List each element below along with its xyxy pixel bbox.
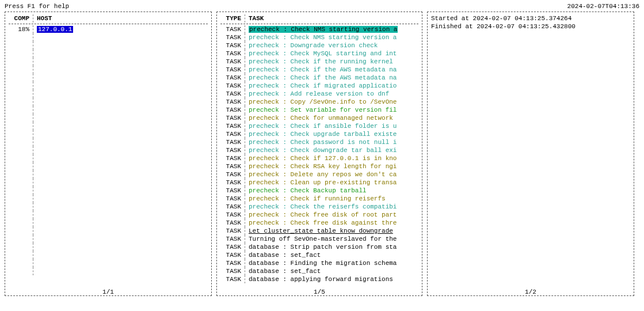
task-row[interactable]: TASKprecheck : Check the reiserfs compat… [220, 203, 418, 211]
task-type: TASK [220, 74, 245, 82]
task-text: precheck : Check password is not null i [245, 138, 418, 146]
col-header-host: HOST [33, 14, 208, 22]
help-hint: Press F1 for help [5, 2, 69, 10]
hosts-panel[interactable]: COMP HOST 18%127.0.0.1 1/1 [5, 12, 212, 296]
task-text: precheck : Check free disk of root part [245, 211, 418, 219]
task-row[interactable]: TASKprecheck : Check if the AWS metadata… [220, 66, 418, 74]
task-text: precheck : Check Backup tarball [245, 187, 418, 195]
task-type: TASK [220, 66, 245, 74]
task-text: precheck : Check the reiserfs compatibi [245, 203, 418, 211]
task-type: TASK [220, 267, 245, 275]
task-text: precheck : Set variable for version fil [245, 106, 418, 114]
task-row[interactable]: TASKprecheck : Check Backup tarball [220, 187, 418, 195]
task-row[interactable]: TASKprecheck : Check RSA key length for … [220, 162, 418, 170]
task-type: TASK [220, 251, 245, 259]
task-row[interactable]: TASKprecheck : Check if ansible folder i… [220, 122, 418, 130]
host-comp: 18% [9, 25, 33, 33]
task-row[interactable]: TASKdatabase : Finding the migration sch… [220, 259, 418, 267]
task-row[interactable]: TASKprecheck : Check upgrade tarball exi… [220, 130, 418, 138]
task-row[interactable]: TASKprecheck : Check if migrated applica… [220, 82, 418, 90]
task-row[interactable]: TASKdatabase : set_fact [220, 251, 418, 259]
task-text: precheck : Check if migrated applicatio [245, 82, 418, 90]
task-row[interactable]: TASKprecheck : Downgrade version check [220, 41, 418, 50]
task-text: precheck : Check upgrade tarball existe [245, 130, 418, 138]
task-row[interactable]: TASKdatabase : Strip patch version from … [220, 243, 418, 251]
col-header-comp: COMP [9, 14, 33, 22]
tasks-panel[interactable]: TYPE TASK TASKprecheck : Check NMS start… [216, 12, 422, 296]
task-text: precheck : Check if the AWS metadata na [245, 66, 418, 74]
task-row[interactable]: TASKprecheck : Check downgrade tar ball … [220, 146, 418, 154]
task-type: TASK [220, 162, 245, 170]
task-row[interactable]: TASKprecheck : Set variable for version … [220, 106, 418, 114]
task-row[interactable]: TASKprecheck : Check NMS starting versio… [220, 25, 418, 33]
task-type: TASK [220, 259, 245, 267]
task-type: TASK [220, 114, 245, 122]
task-type: TASK [220, 187, 245, 195]
task-type: TASK [220, 130, 245, 138]
task-type: TASK [220, 50, 245, 58]
task-row[interactable]: TASKdatabase : set_fact [220, 267, 418, 275]
task-row[interactable]: TASKprecheck : Add release version to dn… [220, 90, 418, 98]
detail-panel[interactable]: Started at 2024-02-07 04:13:25.374264Fin… [427, 12, 634, 296]
task-row[interactable]: TASKprecheck : Check if running reiserfs [220, 195, 418, 203]
task-row[interactable]: TASKprecheck : Check for unmanaged netwo… [220, 114, 418, 122]
task-text: precheck : Check NMS starting version a [245, 33, 418, 41]
task-text: Turning off SevOne-masterslaved for the [245, 235, 418, 243]
task-type: TASK [220, 154, 245, 162]
task-row[interactable]: TASKprecheck : Check if 127.0.0.1 is in … [220, 154, 418, 162]
detail-pager: 1/2 [524, 288, 538, 296]
task-type: TASK [220, 203, 245, 211]
detail-line: Finished at 2024-02-07 04:13:25.432800 [431, 22, 630, 31]
task-text: precheck : Check MySQL starting and int [245, 50, 418, 58]
task-row[interactable]: TASKprecheck : Check NMS starting versio… [220, 33, 418, 41]
task-type: TASK [220, 275, 245, 283]
task-text: database : applying forward migrations [245, 275, 418, 283]
task-type: TASK [220, 195, 245, 203]
task-text: precheck : Downgrade version check [245, 41, 418, 50]
hosts-pager: 1/1 [101, 288, 115, 296]
task-text: precheck : Check if running reiserfs [245, 195, 418, 203]
col-header-type: TYPE [220, 14, 245, 22]
task-row[interactable]: TASKprecheck : Check if the AWS metadata… [220, 74, 418, 82]
task-type: TASK [220, 170, 245, 179]
clock: 2024-02-07T04:13:36 [567, 2, 639, 10]
task-row[interactable]: TASKprecheck : Check if the running kern… [220, 58, 418, 66]
task-row[interactable]: TASKprecheck : Check free disk against t… [220, 219, 418, 227]
host-name: 127.0.0.1 [33, 25, 208, 33]
task-type: TASK [220, 82, 245, 90]
task-text: precheck : Check if the running kernel [245, 58, 418, 66]
task-text: database : Finding the migration schema [245, 259, 418, 267]
task-text: precheck : Check NMS starting version a [245, 25, 418, 33]
task-text: precheck : Check free disk against thre [245, 219, 418, 227]
task-type: TASK [220, 179, 245, 187]
task-type: TASK [220, 138, 245, 146]
task-row[interactable]: TASKdatabase : applying forward migratio… [220, 275, 418, 283]
task-type: TASK [220, 211, 245, 219]
task-type: TASK [220, 219, 245, 227]
task-type: TASK [220, 90, 245, 98]
task-text: precheck : Check RSA key length for ngi [245, 162, 418, 170]
host-row[interactable]: 18%127.0.0.1 [9, 25, 208, 33]
task-row[interactable]: TASKprecheck : Check MySQL starting and … [220, 50, 418, 58]
task-type: TASK [220, 243, 245, 251]
task-row[interactable]: TASKprecheck : Check free disk of root p… [220, 211, 418, 219]
task-row[interactable]: TASKprecheck : Clean up pre-existing tra… [220, 179, 418, 187]
task-text: precheck : Clean up pre-existing transa [245, 179, 418, 187]
task-type: TASK [220, 235, 245, 243]
task-text: precheck : Add release version to dnf [245, 90, 418, 98]
task-text: precheck : Copy /SevOne.info to /SevOne [245, 98, 418, 106]
task-text: database : Strip patch version from sta [245, 243, 418, 251]
task-text: precheck : Check if the AWS metadata na [245, 74, 418, 82]
task-type: TASK [220, 25, 245, 33]
task-row[interactable]: TASKprecheck : Check password is not nul… [220, 138, 418, 146]
task-text: database : set_fact [245, 251, 418, 259]
task-row[interactable]: TASKTurning off SevOne-masterslaved for … [220, 235, 418, 243]
task-text: precheck : Check if ansible folder is u [245, 122, 418, 130]
task-row[interactable]: TASKprecheck : Delete any repos we don't… [220, 170, 418, 179]
tasks-pager: 1/5 [313, 288, 326, 296]
detail-line: Started at 2024-02-07 04:13:25.374264 [431, 14, 630, 22]
task-type: TASK [220, 58, 245, 66]
task-row[interactable]: TASKLet cluster_state table know downgra… [220, 227, 418, 235]
task-type: TASK [220, 122, 245, 130]
task-row[interactable]: TASKprecheck : Copy /SevOne.info to /Sev… [220, 98, 418, 106]
